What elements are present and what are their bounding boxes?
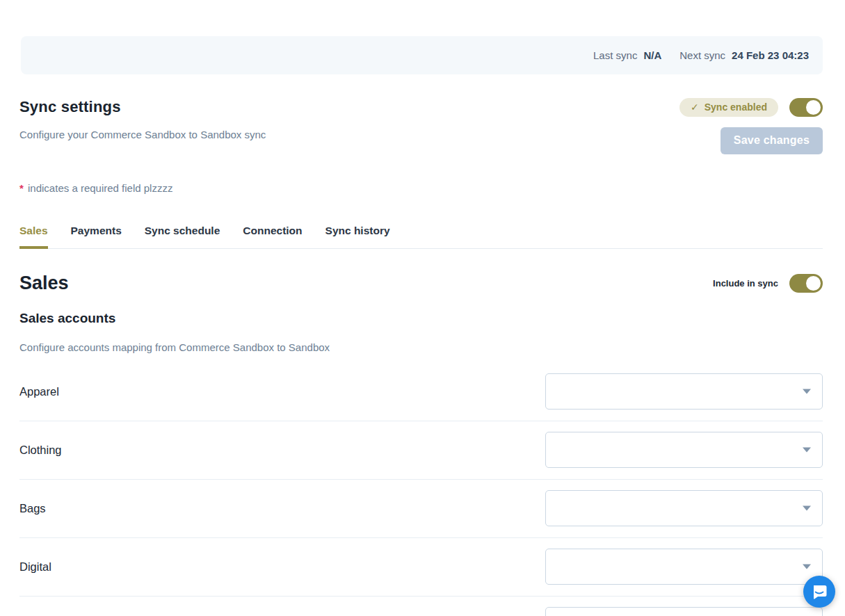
required-note-text: indicates a required field plzzzz xyxy=(28,182,172,194)
mapping-row-hoodies: Hoodies xyxy=(19,597,823,616)
chat-launcher-button[interactable] xyxy=(803,576,835,608)
chevron-down-icon xyxy=(803,448,811,453)
page-header: Sync settings Configure your Commerce Sa… xyxy=(19,98,823,154)
chevron-down-icon xyxy=(803,565,811,569)
sync-enabled-toggle[interactable] xyxy=(789,98,823,117)
required-field-note: * indicates a required field plzzzz xyxy=(19,182,823,194)
chevron-down-icon xyxy=(803,389,811,394)
sales-section-header: Sales Include in sync xyxy=(19,273,823,294)
tab-payments[interactable]: Payments xyxy=(71,225,122,249)
tab-sales[interactable]: Sales xyxy=(19,225,48,249)
page-title: Sync settings xyxy=(19,98,266,116)
account-select-bags[interactable] xyxy=(545,490,823,526)
account-select-digital[interactable] xyxy=(545,549,823,585)
account-select-apparel[interactable] xyxy=(545,373,823,410)
next-sync-label: Next sync xyxy=(679,49,725,61)
sales-accounts-description: Configure accounts mapping from Commerce… xyxy=(19,341,823,353)
tab-connection[interactable]: Connection xyxy=(243,225,302,249)
mapping-row-label: Apparel xyxy=(19,385,59,398)
next-sync-value: 24 Feb 23 04:23 xyxy=(732,49,809,61)
chevron-down-icon xyxy=(803,506,811,511)
mapping-row-label: Digital xyxy=(19,560,51,574)
last-sync-label: Last sync xyxy=(593,49,637,61)
sales-accounts-title: Sales accounts xyxy=(19,311,823,326)
mapping-row-label: Bags xyxy=(19,502,46,515)
check-icon: ✓ xyxy=(691,102,699,113)
account-select-clothing[interactable] xyxy=(545,432,823,468)
accounts-mapping-list: Apparel Clothing Bags Digital xyxy=(19,373,823,616)
last-sync: Last sync N/A xyxy=(593,49,661,61)
page-header-left: Sync settings Configure your Commerce Sa… xyxy=(19,98,266,140)
page-header-right: ✓ Sync enabled Save changes xyxy=(679,98,823,154)
required-asterisk: * xyxy=(19,182,24,194)
messenger-bubble-icon xyxy=(811,583,828,600)
sync-enabled-badge: ✓ Sync enabled xyxy=(679,98,778,117)
page-subtitle: Configure your Commerce Sandbox to Sandb… xyxy=(19,129,266,140)
toggle-knob xyxy=(806,100,821,115)
mapping-row-bags: Bags xyxy=(19,480,823,538)
include-in-sync-label: Include in sync xyxy=(713,278,778,289)
mapping-row-clothing: Clothing xyxy=(19,421,823,480)
sync-status-bar: Last sync N/A Next sync 24 Feb 23 04:23 xyxy=(21,36,823,74)
account-select-hoodies[interactable] xyxy=(545,607,823,616)
sync-enabled-badge-label: Sync enabled xyxy=(705,102,767,113)
mapping-row-label: Clothing xyxy=(19,444,62,457)
tab-sync-schedule[interactable]: Sync schedule xyxy=(145,225,220,249)
next-sync: Next sync 24 Feb 23 04:23 xyxy=(679,49,809,61)
sales-section-title: Sales xyxy=(19,273,69,294)
mapping-row-apparel: Apparel xyxy=(19,373,823,421)
mapping-row-digital: Digital xyxy=(19,538,823,597)
include-in-sync-toggle[interactable] xyxy=(789,274,823,293)
save-changes-button[interactable]: Save changes xyxy=(721,127,823,154)
tab-sync-history[interactable]: Sync history xyxy=(325,225,390,249)
settings-tabs: Sales Payments Sync schedule Connection … xyxy=(19,225,823,249)
toggle-knob xyxy=(806,276,821,291)
last-sync-value: N/A xyxy=(643,49,661,61)
